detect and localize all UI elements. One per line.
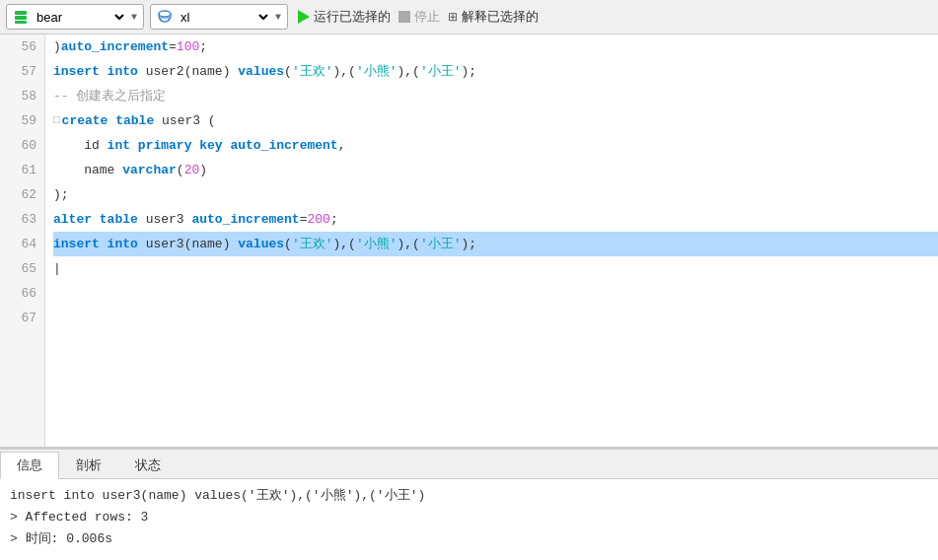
code-line-58: -- 创建表之后指定 — [53, 84, 938, 108]
tab-profile[interactable]: 剖析 — [59, 451, 118, 478]
cursor-65: | — [53, 256, 61, 281]
db1-selector[interactable]: bear ▼ — [6, 4, 144, 30]
code-line-66 — [53, 281, 938, 306]
code-area[interactable]: )auto_increment=100; insert into user2(n… — [45, 35, 938, 447]
run-button[interactable]: 运行已选择的 — [298, 8, 391, 26]
code-line-60: id int primary key auto_increment, — [53, 133, 938, 158]
code-line-65: | — [53, 256, 938, 281]
stop-icon — [398, 11, 410, 23]
svg-rect-1 — [15, 16, 27, 20]
linenum-60: 60 — [0, 133, 44, 158]
linenum-56: 56 — [0, 35, 44, 59]
code-line-63: alter table user3 auto_increment=200; — [53, 207, 938, 232]
line-numbers: 56 57 58 59 60 61 62 63 64 65 66 67 — [0, 35, 45, 447]
code-line-59: □create table user3 ( — [53, 108, 938, 133]
linenum-64: 64 — [0, 232, 44, 256]
db2-dropdown[interactable]: xl — [177, 9, 271, 26]
linenum-63: 63 — [0, 207, 44, 232]
linenum-62: 62 — [0, 182, 44, 207]
code-line-56: )auto_increment=100; — [53, 35, 938, 59]
db1-icon — [13, 9, 29, 25]
run-label: 运行已选择的 — [314, 8, 391, 26]
bottom-panel: 信息 剖析 状态 insert into user3(name) values(… — [0, 449, 938, 560]
output-line-2: > Affected rows: 3 — [10, 507, 928, 528]
code-line-62: ); — [53, 182, 938, 207]
play-icon — [298, 10, 310, 24]
output-line-3: > 时间: 0.006s — [10, 528, 928, 550]
code-line-57: insert into user2(name) values('王欢'),('小… — [53, 59, 938, 84]
linenum-67: 67 — [0, 306, 44, 330]
linenum-59: 59 — [0, 108, 44, 133]
code-line-67 — [53, 306, 938, 330]
toolbar-actions: 运行已选择的 停止 ⊞ 解释已选择的 — [298, 8, 539, 26]
db2-selector[interactable]: xl ▼ — [150, 4, 288, 30]
linenum-61: 61 — [0, 158, 44, 182]
interpret-icon: ⊞ — [448, 10, 458, 24]
interpret-button[interactable]: ⊞ 解释已选择的 — [448, 8, 539, 26]
code-line-64: insert into user3(name) values('王欢'),('小… — [53, 232, 938, 256]
output-area: insert into user3(name) values('王欢'),('小… — [0, 479, 938, 556]
editor: 56 57 58 59 60 61 62 63 64 65 66 67 )aut… — [0, 35, 938, 449]
svg-point-3 — [159, 11, 171, 17]
svg-rect-0 — [15, 11, 27, 15]
toolbar: bear ▼ xl ▼ 运行已选择的 停止 ⊞ 解释已选择的 — [0, 0, 938, 35]
stop-button[interactable]: 停止 — [398, 8, 440, 26]
interpret-label: 解释已选择的 — [462, 8, 539, 26]
db2-chevron-icon: ▼ — [275, 12, 281, 23]
output-line-1: insert into user3(name) values('王欢'),('小… — [10, 485, 928, 507]
linenum-58: 58 — [0, 84, 44, 108]
linenum-65: 65 — [0, 256, 44, 281]
db1-dropdown[interactable]: bear — [33, 9, 127, 26]
stop-label: 停止 — [414, 8, 440, 26]
tabs: 信息 剖析 状态 — [0, 450, 938, 479]
tab-info[interactable]: 信息 — [0, 452, 59, 479]
code-line-61: name varchar(20) — [53, 158, 938, 182]
svg-rect-2 — [15, 21, 27, 24]
linenum-66: 66 — [0, 281, 44, 306]
tab-status[interactable]: 状态 — [118, 451, 178, 478]
db2-icon — [157, 9, 173, 25]
db1-chevron-icon: ▼ — [131, 12, 137, 23]
linenum-57: 57 — [0, 59, 44, 84]
